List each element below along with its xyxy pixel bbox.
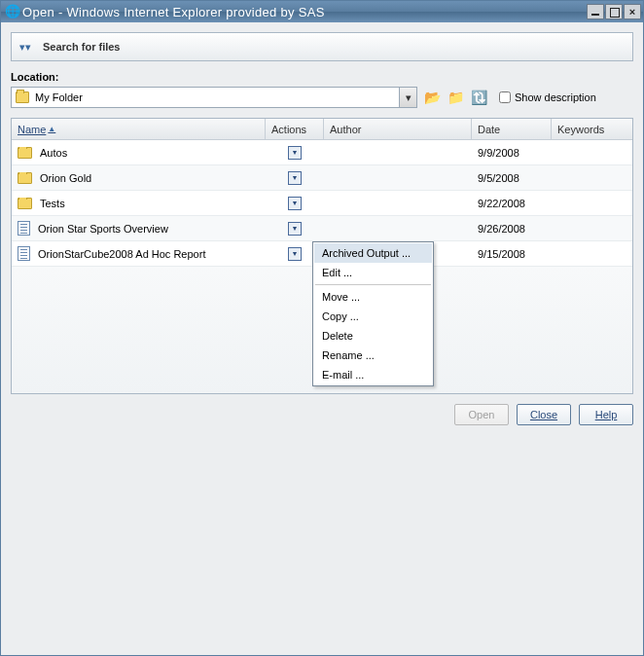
maximize-button[interactable] xyxy=(605,4,623,19)
file-name-label: Tests xyxy=(40,198,65,209)
sort-ascending-icon: ▲ xyxy=(48,125,55,133)
up-folder-icon[interactable]: 📂 xyxy=(423,89,441,106)
file-name-label: Orion Star Sports Overview xyxy=(38,223,168,235)
refresh-icon[interactable]: 🔃 xyxy=(470,89,487,106)
location-select[interactable]: My Folder ▾ xyxy=(11,87,417,108)
location-label: Location: xyxy=(11,71,633,83)
close-window-button[interactable]: × xyxy=(624,4,641,19)
context-menu-item[interactable]: Copy ... xyxy=(314,307,432,326)
context-menu-item[interactable]: Archived Output ... xyxy=(314,243,432,263)
file-name-label: Orion Gold xyxy=(40,172,91,184)
column-header-keywords[interactable]: Keywords xyxy=(552,119,632,139)
actions-menu-button[interactable]: ▼ xyxy=(288,247,302,261)
search-panel[interactable]: ▾▾ Search for files xyxy=(11,32,633,61)
cell-date: 9/9/2008 xyxy=(472,147,552,159)
folder-icon xyxy=(16,91,29,103)
document-icon xyxy=(18,221,30,236)
context-menu-item[interactable]: Move ... xyxy=(314,287,432,307)
column-header-actions[interactable]: Actions xyxy=(266,119,324,139)
table-row[interactable]: Orion Star Sports Overview▼9/26/2008 xyxy=(12,216,632,241)
cell-date: 9/5/2008 xyxy=(472,172,552,184)
search-label: Search for files xyxy=(43,41,120,53)
dialog-button-row: Open Close Help xyxy=(11,404,633,425)
open-button: Open xyxy=(454,404,509,425)
folder-icon xyxy=(18,198,32,209)
cell-name[interactable]: Orion Gold xyxy=(12,172,266,184)
cell-actions: ▼ xyxy=(266,222,324,236)
context-menu-separator xyxy=(315,284,431,285)
folder-icon xyxy=(18,172,32,184)
column-header-author[interactable]: Author xyxy=(324,119,472,139)
context-menu-item[interactable]: Rename ... xyxy=(314,346,432,365)
table-row[interactable]: Tests▼9/22/2008 xyxy=(12,191,632,216)
window-title: Open - Windows Internet Explorer provide… xyxy=(22,5,586,19)
column-header-date[interactable]: Date xyxy=(472,119,552,139)
cell-actions: ▼ xyxy=(266,146,324,160)
actions-menu-button[interactable]: ▼ xyxy=(288,197,302,210)
window-controls: × xyxy=(586,4,641,19)
file-name-label: OrionStarCube2008 Ad Hoc Report xyxy=(38,248,205,260)
column-header-author-label: Author xyxy=(330,124,361,135)
show-description-label: Show description xyxy=(515,91,596,103)
column-header-name-label: Name xyxy=(18,124,46,135)
table-row[interactable]: Orion Gold▼9/5/2008 xyxy=(12,165,632,191)
file-name-label: Autos xyxy=(40,147,67,159)
close-button[interactable]: Close xyxy=(517,404,571,425)
cell-name[interactable]: Orion Star Sports Overview xyxy=(12,221,266,236)
column-header-date-label: Date xyxy=(478,124,500,135)
column-header-name[interactable]: Name ▲ xyxy=(12,119,266,139)
chevron-expand-icon[interactable]: ▾▾ xyxy=(19,41,31,54)
folder-icon xyxy=(18,147,32,159)
context-menu: Archived Output ...Edit ...Move ...Copy … xyxy=(312,241,434,386)
ie-icon: 🌐 xyxy=(5,5,18,18)
actions-menu-button[interactable]: ▼ xyxy=(288,171,302,185)
grid-header-row: Name ▲ Actions Author Date Keywords xyxy=(12,119,632,140)
cell-name[interactable]: Autos xyxy=(12,147,266,159)
context-menu-item[interactable]: E-mail ... xyxy=(314,365,432,384)
document-icon xyxy=(18,246,30,261)
minimize-button[interactable] xyxy=(587,4,604,19)
cell-name[interactable]: OrionStarCube2008 Ad Hoc Report xyxy=(12,246,266,261)
cell-actions: ▼ xyxy=(266,197,324,210)
show-description-checkbox[interactable] xyxy=(499,91,511,103)
cell-date: 9/22/2008 xyxy=(472,198,552,209)
context-menu-item[interactable]: Edit ... xyxy=(314,263,432,282)
location-row: My Folder ▾ 📂 📁 🔃 Show description xyxy=(11,87,633,108)
new-folder-icon[interactable]: 📁 xyxy=(447,89,464,106)
table-row[interactable]: Autos▼9/9/2008 xyxy=(12,140,632,165)
context-menu-item[interactable]: Delete xyxy=(314,326,432,346)
column-header-keywords-label: Keywords xyxy=(557,124,604,135)
cell-date: 9/15/2008 xyxy=(472,248,552,260)
dropdown-button[interactable]: ▾ xyxy=(399,88,416,107)
actions-menu-button[interactable]: ▼ xyxy=(288,222,302,236)
show-description-toggle[interactable]: Show description xyxy=(499,91,596,103)
column-header-actions-label: Actions xyxy=(271,124,306,135)
cell-name[interactable]: Tests xyxy=(12,198,266,209)
help-button[interactable]: Help xyxy=(579,404,633,425)
actions-menu-button[interactable]: ▼ xyxy=(288,146,302,160)
titlebar: 🌐 Open - Windows Internet Explorer provi… xyxy=(1,1,643,22)
cell-actions: ▼ xyxy=(266,171,324,185)
cell-date: 9/26/2008 xyxy=(472,223,552,235)
location-selected-text: My Folder xyxy=(35,91,412,103)
